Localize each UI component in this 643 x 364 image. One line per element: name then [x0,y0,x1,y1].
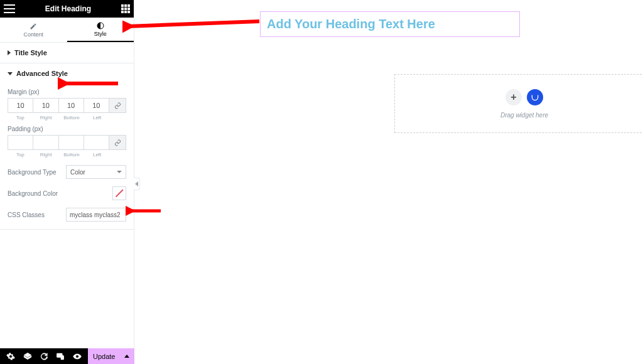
section-title-style: Title Style [0,43,134,63]
padding-sub-right: Right [33,152,59,158]
preview-icon[interactable] [73,352,82,361]
no-color-icon [116,190,123,197]
bg-type-row: Background Type Color [8,165,126,179]
bg-color-row: Background Color [8,186,126,200]
widgets-grid-icon[interactable] [121,4,130,13]
padding-bottom-input[interactable] [59,136,84,149]
update-label: Update [93,353,115,360]
margin-inputs [8,98,126,113]
padding-left-input[interactable] [84,136,109,149]
padding-top-input[interactable] [8,136,33,149]
link-icon [114,102,121,109]
css-classes-row: CSS Classes [8,208,126,222]
section-advanced-style-body: Margin (px) Top Right Bottom Left [0,88,134,229]
svg-rect-2 [62,355,64,359]
history-icon[interactable] [40,352,48,361]
menu-icon[interactable] [4,4,15,13]
editor-canvas: Add Your Heading Text Here + Drag widget… [134,0,643,364]
section-advanced-style: Advanced Style Margin (px) Top Right Bot… [0,63,134,230]
padding-inputs [8,135,126,150]
chevron-down-icon [117,171,122,173]
tab-content[interactable]: Content [0,18,67,42]
contrast-icon [97,22,104,29]
sidebar-header: Edit Heading [0,0,134,18]
css-classes-label: CSS Classes [8,211,45,218]
chevron-up-icon [124,355,129,358]
margin-sub-top: Top [8,115,33,120]
settings-icon[interactable] [6,352,15,361]
templates-button[interactable] [527,89,543,105]
margin-link-toggle[interactable] [109,99,126,112]
padding-label: Padding (px) [8,126,126,132]
heading-text: Add Your Heading Text Here [267,17,513,31]
bg-type-value: Color [70,169,85,176]
pencil-icon [30,23,37,30]
section-title-style-label: Title Style [14,49,47,56]
section-advanced-style-label: Advanced Style [16,70,68,77]
bg-type-label: Background Type [8,169,57,176]
margin-sub-left: Left [84,115,110,120]
dropzone-icons: + [505,89,543,105]
update-button[interactable]: Update [88,348,134,364]
padding-right-input[interactable] [33,136,58,149]
dropzone[interactable]: + Drag widget here [394,74,643,133]
margin-bottom-input[interactable] [59,99,84,112]
margin-right-input[interactable] [33,99,58,112]
bottom-bar: Update [0,348,134,364]
editor-sidebar: Edit Heading Content Style Title Style [0,0,134,364]
padding-link-toggle[interactable] [109,136,126,149]
bottom-bar-tools [0,348,88,364]
brand-icon [531,93,539,102]
css-classes-input[interactable] [66,208,126,222]
section-title-style-header[interactable]: Title Style [0,43,134,63]
margin-top-input[interactable] [8,99,33,112]
margin-left-input[interactable] [84,99,109,112]
tab-content-label: Content [23,31,43,38]
margin-sublabels: Top Right Bottom Left [8,115,126,120]
tab-style-label: Style [94,31,107,37]
responsive-icon[interactable] [56,352,65,361]
margin-label: Margin (px) [8,88,126,95]
section-advanced-style-header[interactable]: Advanced Style [0,63,134,83]
padding-sub-bottom: Bottom [59,152,85,158]
margin-sub-bottom: Bottom [59,115,85,120]
add-section-button[interactable]: + [505,89,522,105]
padding-sublabels: Top Right Bottom Left [8,152,126,158]
tab-style[interactable]: Style [67,18,134,42]
dropzone-text: Drag widget here [500,112,548,119]
padding-sub-left: Left [84,152,110,158]
padding-sub-top: Top [8,152,33,158]
bg-color-picker[interactable] [112,186,126,200]
chevron-right-icon [8,50,11,55]
panel-tabs: Content Style [0,18,134,43]
bg-type-select[interactable]: Color [66,165,126,179]
chevron-down-icon [8,72,13,75]
panel-title: Edit Heading [45,4,91,13]
layers-icon[interactable] [23,352,32,361]
heading-widget[interactable]: Add Your Heading Text Here [260,11,520,37]
link-icon [114,139,121,146]
margin-sub-right: Right [33,115,59,120]
bg-color-label: Background Color [8,190,58,197]
